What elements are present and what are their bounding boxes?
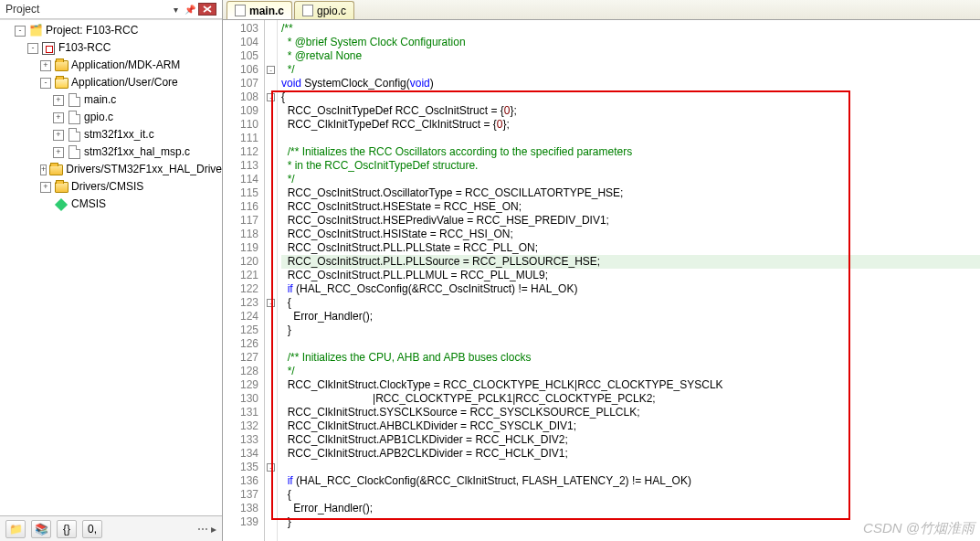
tab-gpio-c[interactable]: gpio.c: [294, 1, 354, 19]
project-tree[interactable]: - 🗂️ Project: F103-RCC - F103-RCC: [0, 19, 222, 515]
c-file-icon: [67, 111, 81, 125]
spacer: [40, 199, 51, 210]
code-view[interactable]: /** * @brief System Clock Configuration …: [278, 20, 980, 541]
line-number-gutter: 1031041051061071081091101111121131141151…: [223, 20, 265, 541]
folder-app-user-core[interactable]: - Application/User/Core: [38, 74, 222, 91]
file-it-c[interactable]: + stm32f1xx_it.c: [51, 126, 222, 143]
c-file-icon: [67, 128, 81, 143]
project-panel-header: Project ▾ 📌: [0, 0, 222, 19]
project-root-label: Project: F103-RCC: [46, 22, 138, 39]
collapse-icon[interactable]: -: [15, 26, 26, 37]
cmsis-label: CMSIS: [71, 196, 106, 213]
file-main-c[interactable]: + main.c: [51, 91, 222, 109]
diamond-icon: [54, 197, 68, 212]
footer-tab-project[interactable]: 📁: [5, 520, 26, 538]
footer-tab-templates[interactable]: 0,: [82, 520, 102, 538]
collapse-icon[interactable]: -: [40, 78, 51, 89]
panel-close-button[interactable]: [198, 3, 216, 16]
file-label: main.c: [84, 91, 116, 109]
collapse-icon[interactable]: -: [27, 43, 38, 54]
tab-main-c[interactable]: main.c: [227, 1, 292, 19]
app-root: Project ▾ 📌 - 🗂️ Project: F103-RCC: [0, 0, 980, 541]
target-node[interactable]: - F103-RCC: [26, 39, 222, 57]
folder-label: Application/MDK-ARM: [71, 57, 180, 74]
expand-icon[interactable]: +: [53, 95, 64, 106]
footer-tab-functions[interactable]: {}: [57, 520, 77, 538]
file-label: stm32f1xx_it.c: [84, 126, 154, 143]
footer-tab-books[interactable]: 📚: [31, 520, 51, 538]
expand-icon[interactable]: +: [53, 130, 64, 141]
footer-overflow[interactable]: ⋯ ▸: [197, 523, 216, 536]
project-root-node[interactable]: - 🗂️ Project: F103-RCC: [13, 22, 222, 39]
expand-icon[interactable]: +: [53, 147, 64, 158]
tab-label: main.c: [249, 5, 284, 17]
folder-icon: [54, 180, 68, 195]
fold-column[interactable]: ----: [265, 20, 278, 541]
c-file-icon: [67, 145, 81, 160]
project-panel: Project ▾ 📌 - 🗂️ Project: F103-RCC: [0, 0, 223, 541]
workspace-icon: 🗂️: [28, 24, 43, 38]
file-label: stm32f1xx_hal_msp.c: [84, 143, 190, 161]
folder-label: Application/User/Core: [71, 74, 178, 91]
file-label: gpio.c: [84, 109, 113, 126]
project-panel-footer: 📁 📚 {} 0, ⋯ ▸: [0, 515, 222, 541]
folder-drivers-hal[interactable]: + Drivers/STM32F1xx_HAL_Driver: [38, 161, 222, 178]
c-file-icon: [235, 5, 246, 16]
panel-menu-button[interactable]: ▾: [169, 3, 182, 16]
folder-drivers-cmsis[interactable]: + Drivers/CMSIS: [38, 178, 222, 196]
c-file-icon: [67, 93, 81, 108]
editor-body[interactable]: 1031041051061071081091101111121131141151…: [223, 20, 980, 541]
folder-app-mdk[interactable]: + Application/MDK-ARM: [38, 57, 222, 74]
file-gpio-c[interactable]: + gpio.c: [51, 109, 222, 126]
editor-tabs: main.c gpio.c: [223, 0, 980, 20]
expand-icon[interactable]: +: [40, 182, 51, 193]
folder-icon: [54, 58, 68, 73]
expand-icon[interactable]: +: [40, 164, 47, 175]
editor-area: main.c gpio.c 10310410510610710810911011…: [223, 0, 980, 541]
tab-label: gpio.c: [317, 5, 346, 17]
panel-pin-button[interactable]: 📌: [184, 3, 196, 16]
folder-icon: [49, 163, 63, 177]
folder-label: Drivers/STM32F1xx_HAL_Driver: [66, 161, 222, 178]
expand-icon[interactable]: +: [53, 112, 64, 123]
project-panel-title: Project: [5, 3, 167, 16]
c-file-icon: [302, 5, 313, 16]
target-label: F103-RCC: [58, 39, 111, 57]
cmsis-node[interactable]: CMSIS: [38, 196, 222, 213]
folder-label: Drivers/CMSIS: [71, 178, 143, 196]
target-icon: [41, 41, 56, 56]
folder-open-icon: [54, 76, 68, 90]
expand-icon[interactable]: +: [40, 60, 51, 71]
file-msp-c[interactable]: + stm32f1xx_hal_msp.c: [51, 143, 222, 161]
